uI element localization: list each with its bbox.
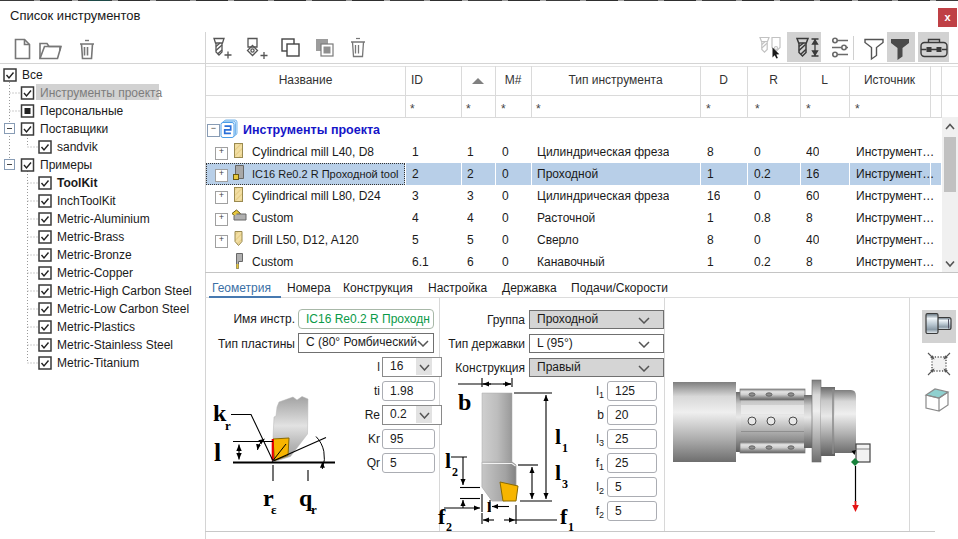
- svg-text:2: 2: [446, 520, 452, 531]
- svg-text:l: l: [487, 499, 491, 515]
- svg-text:1: 1: [562, 441, 568, 455]
- svg-text:f: f: [438, 504, 446, 529]
- svg-text:l: l: [445, 448, 451, 473]
- svg-text:3: 3: [562, 477, 568, 491]
- svg-text:l: l: [555, 460, 561, 485]
- svg-text:l: l: [555, 424, 561, 449]
- svg-text:r: r: [311, 502, 317, 517]
- svg-text:2: 2: [452, 465, 458, 479]
- svg-text:f: f: [560, 504, 568, 529]
- svg-text:b: b: [458, 389, 471, 415]
- svg-text:l: l: [214, 438, 221, 467]
- svg-text:ε: ε: [271, 502, 277, 517]
- svg-text:1: 1: [568, 520, 574, 531]
- svg-text:r: r: [225, 418, 231, 433]
